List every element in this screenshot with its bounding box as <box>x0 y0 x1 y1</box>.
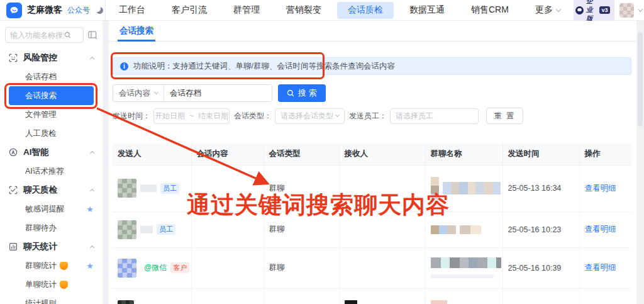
favorite-star-icon[interactable]: ★ <box>86 262 94 270</box>
banner-text: 功能说明：支持通过关键词、单聊/群聊、会话时间等搜索条件查询会话内容 <box>133 61 395 72</box>
sidebar-item-group-todo[interactable]: 群聊待办 <box>0 218 103 237</box>
group-name-cell <box>425 288 502 304</box>
tab-conversation-search[interactable]: 会话搜索 <box>118 21 155 42</box>
date-range-picker[interactable]: 开始日期 ~ 结束日期 <box>153 108 230 124</box>
section-title: 聊天质检 <box>23 184 57 196</box>
keyword-input[interactable] <box>164 85 272 101</box>
section-title: 风险管控 <box>23 52 57 64</box>
sidebar-section-risk-control[interactable]: 风险管控 <box>0 48 103 67</box>
empty-cell <box>339 211 425 247</box>
table-header-row: 发送人 会话内容 会话类型 接收人 群聊名称 发送时间 操作 <box>113 144 631 165</box>
nav-item-data-interchange[interactable]: 数据互通 <box>396 0 458 20</box>
collapse-sidebar-icon[interactable] <box>88 31 97 39</box>
receiver-cell <box>339 288 425 304</box>
redacted-avatar <box>118 220 136 239</box>
action-cell: 查看明细 <box>579 165 631 211</box>
search-field-select[interactable]: 会话内容 <box>113 85 164 101</box>
view-detail-link[interactable]: 查看明细 <box>585 184 616 193</box>
reset-button[interactable]: 重 置 <box>486 108 523 124</box>
redacted-avatar <box>118 179 136 198</box>
sidebar-item-single-chat-stats[interactable]: 单聊统计 <box>0 275 103 294</box>
nav-item-customer-acquisition[interactable]: 客户引流 <box>158 0 220 20</box>
results-table: 发送人 会话内容 会话类型 接收人 群聊名称 发送时间 操作 <box>113 144 631 304</box>
view-detail-link[interactable]: 查看明细 <box>585 225 616 234</box>
sidebar-section-chat-qc[interactable]: 聊天质检 <box>0 181 103 200</box>
date-separator: ~ <box>189 111 194 120</box>
nav-item-sales-crm[interactable]: 销售CRM <box>458 0 522 20</box>
sidebar-item-conversation-archive[interactable]: 会话存档 <box>0 67 103 86</box>
chat-stats-icon <box>9 242 18 251</box>
vip-badge-icon <box>60 281 68 289</box>
col-actions: 操作 <box>579 144 631 165</box>
sidebar-search-input[interactable] <box>10 31 64 40</box>
view-detail-link[interactable]: 查看明细 <box>585 263 616 272</box>
type-cell: 群聊 <box>264 211 339 247</box>
search-combo: 会话内容 <box>113 84 272 102</box>
search-button-label: 搜 索 <box>298 87 317 99</box>
action-cell: 查看明细 <box>579 211 631 247</box>
sidebar-item-stats-rules[interactable]: 统计规则 <box>0 294 103 304</box>
risk-control-icon <box>9 53 18 62</box>
brand-channel-link[interactable]: 公众号 <box>67 5 90 16</box>
chevron-down-icon <box>556 6 561 11</box>
nav-item-conversation-qc[interactable]: 会话质检 <box>337 2 394 19</box>
nav-item-group-management[interactable]: 群管理 <box>220 0 273 20</box>
nav-item-marketing-fission[interactable]: 营销裂变 <box>273 0 335 20</box>
sidebar-section-ai[interactable]: AI智能 <box>0 143 103 162</box>
sidebar-search-box[interactable] <box>5 27 84 43</box>
conversation-type-select[interactable]: 请选择会话类型 <box>275 108 345 124</box>
staff-select-input[interactable] <box>390 108 479 124</box>
staff-badge: 员工 <box>157 224 175 235</box>
dark-mode-toggle-icon[interactable] <box>96 7 103 14</box>
col-send-time: 发送时间 <box>502 144 579 165</box>
redacted-block <box>460 225 481 234</box>
empty-cell <box>339 247 425 288</box>
redacted-avatar <box>118 300 134 304</box>
scrollbar-thumb[interactable] <box>638 32 643 127</box>
nav-more-label: 更多 <box>535 4 553 16</box>
nav-item-workbench[interactable]: 工作台 <box>106 0 158 20</box>
redacted-name <box>140 184 157 192</box>
account-menu-chevron-icon[interactable] <box>638 7 643 12</box>
chevron-down-icon <box>154 90 158 94</box>
plan-name: 企业版 <box>586 0 597 23</box>
page-scrollbar[interactable] <box>636 21 644 304</box>
time-cell: 25-05-13 16:34 <box>502 165 579 211</box>
redacted-block <box>443 182 501 194</box>
send-time-label: 发送时间： <box>113 111 150 121</box>
table-row: 员工 群聊 25-05-13 16:34 查看明细 <box>113 165 631 211</box>
group-name-cell <box>425 211 502 247</box>
conversation-type: 群聊 <box>269 225 285 234</box>
col-sender: 发送人 <box>113 144 191 165</box>
user-avatar[interactable] <box>619 3 635 18</box>
sidebar-item-group-stats[interactable]: 群聊统计 ★ <box>0 256 103 275</box>
sidebar-item-label: 敏感词提醒 <box>25 204 65 215</box>
group-name-cell <box>425 247 502 288</box>
sidebar-item-file-management[interactable]: 文件管理 <box>0 105 103 124</box>
sidebar-item-conversation-search[interactable]: 会话搜索 <box>9 86 94 105</box>
sidebar-item-ai-script[interactable]: AI话术推荐 <box>0 162 103 181</box>
nav-item-more[interactable]: 更多 <box>522 0 574 20</box>
sidebar-item-manual-qc[interactable]: 人工质检 <box>0 124 103 143</box>
chevron-up-icon <box>90 189 94 193</box>
sidebar-search-row <box>0 27 103 43</box>
app-window: 芝麻微客 公众号 工作台 客户引流 群管理 营销裂变 会话质检 数据互通 销售C… <box>0 0 644 304</box>
sidebar-item-sensitive-words[interactable]: 敏感词提醒 ★ <box>0 200 103 218</box>
date-start-placeholder: 开始日期 <box>155 111 185 121</box>
search-button[interactable]: 搜 索 <box>278 84 326 102</box>
sidebar-section-chat-stats[interactable]: 聊天统计 <box>0 237 103 256</box>
vip-badge-icon <box>60 262 68 270</box>
sidebar-item-label: 单聊统计 <box>25 279 57 290</box>
empty-cell <box>502 288 579 304</box>
col-type: 会话类型 <box>264 144 339 165</box>
plan-version-badge: v3 <box>599 6 609 14</box>
search-icon <box>64 31 71 38</box>
redacted-block <box>431 274 494 278</box>
plan-logo-icon <box>575 6 584 14</box>
redacted-block <box>431 300 447 304</box>
redacted-block <box>345 300 357 304</box>
empty-cell <box>339 165 425 211</box>
favorite-star-icon[interactable]: ★ <box>86 205 94 213</box>
filter-row: 发送时间： 开始日期 ~ 结束日期 会话类型： 请选择会话类型 发送员工： <box>113 108 631 124</box>
chat-qc-icon <box>9 186 18 194</box>
